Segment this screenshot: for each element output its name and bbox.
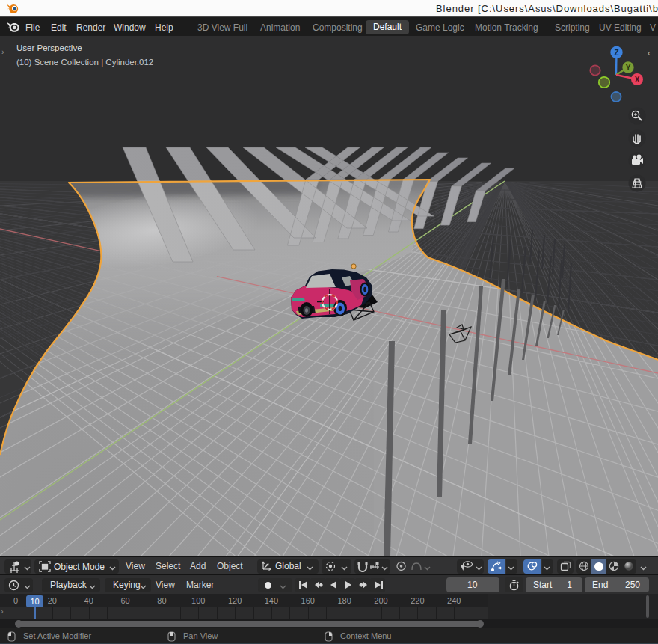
svg-text:Y: Y	[626, 64, 631, 72]
svg-text:›: ›	[1, 47, 4, 56]
svg-text:(10) Scene Collection | Cylind: (10) Scene Collection | Cylinder.012	[16, 58, 153, 67]
svg-text:User Perspective: User Perspective	[16, 43, 82, 52]
svg-text:‹: ‹	[648, 48, 651, 58]
svg-text:X: X	[635, 76, 640, 84]
svg-text:Z: Z	[614, 49, 618, 57]
